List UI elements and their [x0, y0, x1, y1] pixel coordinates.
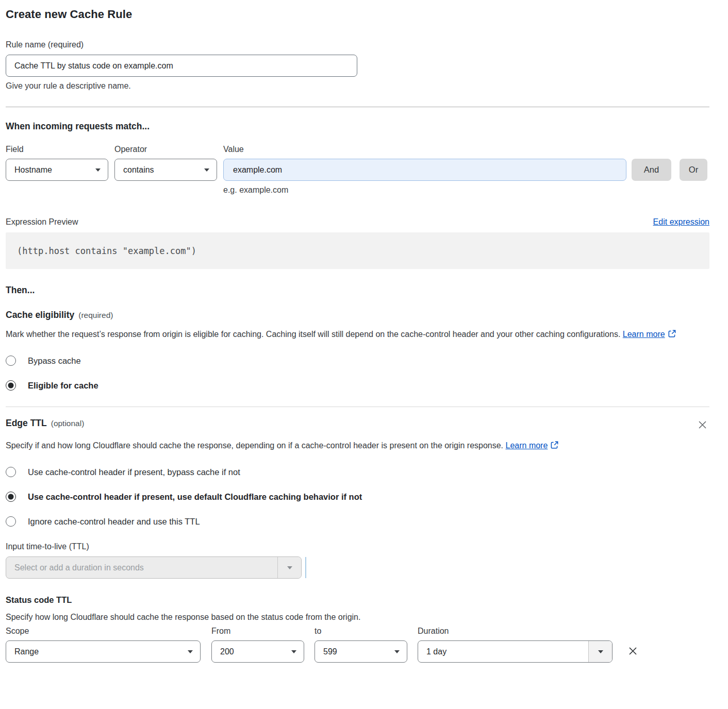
chevron-down-icon	[204, 168, 209, 172]
close-icon	[627, 646, 638, 656]
close-icon	[698, 420, 707, 430]
ttl-input-label: Input time-to-live (TTL)	[6, 542, 709, 551]
page-title: Create new Cache Rule	[6, 8, 709, 21]
to-label: to	[315, 627, 407, 636]
learn-more-link[interactable]: Learn more	[623, 330, 665, 339]
expression-preview-row: Expression Preview Edit expression	[6, 217, 709, 227]
radio-label: Ignore cache-control header and use this…	[28, 517, 200, 527]
status-code-ttl-description: Specify how long Cloudflare should cache…	[6, 613, 709, 622]
field-select[interactable]: Hostname	[6, 159, 108, 181]
delete-status-code-row-button[interactable]	[625, 644, 640, 660]
duration-select[interactable]: 1 day	[418, 640, 613, 663]
to-select-value: 599	[323, 647, 337, 656]
ttl-duration-placeholder: Select or add a duration in seconds	[14, 563, 144, 572]
duration-select-value: 1 day	[426, 647, 446, 656]
match-heading: When incoming requests match...	[6, 121, 709, 132]
edge-ttl-heading-row: Edge TTL(optional)	[6, 418, 709, 433]
from-select[interactable]: 200	[211, 640, 304, 663]
radio-use-header-bypass[interactable]: Use cache-control header if present, byp…	[6, 467, 709, 477]
rule-name-label: Rule name (required)	[6, 40, 709, 49]
section-divider	[6, 407, 709, 407]
cache-eligibility-description: Mark whether the request’s response from…	[6, 327, 697, 342]
from-select-value: 200	[220, 647, 234, 656]
edge-ttl-description-text: Specify if and how long Cloudflare shoul…	[6, 441, 503, 450]
field-select-value: Hostname	[14, 165, 52, 175]
operator-select-value: contains	[123, 165, 154, 175]
to-select[interactable]: 599	[315, 640, 407, 663]
scope-label: Scope	[6, 627, 201, 636]
then-heading: Then...	[6, 285, 709, 296]
external-link-icon	[668, 329, 676, 338]
operator-select[interactable]: contains	[114, 159, 217, 181]
or-button[interactable]: Or	[680, 159, 707, 181]
create-cache-rule-page: Create new Cache Rule Rule name (require…	[0, 0, 728, 709]
external-link-icon	[550, 441, 559, 449]
cache-eligibility-title: Cache eligibility	[6, 310, 74, 320]
edge-ttl-description: Specify if and how long Cloudflare shoul…	[6, 438, 697, 453]
match-labels-row: Field Operator Value	[6, 145, 709, 154]
operator-label: Operator	[114, 145, 217, 154]
scope-select-value: Range	[14, 647, 39, 656]
text-cursor	[305, 557, 306, 578]
section-divider	[6, 107, 709, 107]
radio-ignore-header[interactable]: Ignore cache-control header and use this…	[6, 516, 709, 527]
dropdown-arrow-button	[277, 557, 301, 578]
radio-selected-icon[interactable]	[6, 380, 16, 391]
cache-eligibility-options: Bypass cache Eligible for cache	[6, 356, 709, 391]
radio-eligible-for-cache[interactable]: Eligible for cache	[6, 380, 709, 391]
chevron-down-icon	[598, 650, 603, 653]
status-code-controls-row: Range 200 599 1 day	[6, 640, 709, 663]
chevron-down-icon	[95, 168, 101, 172]
match-controls-row: Hostname contains And Or	[6, 159, 709, 181]
and-button[interactable]: And	[632, 159, 671, 181]
chevron-down-icon	[394, 650, 400, 653]
radio-label: Use cache-control header if present, use…	[28, 492, 362, 502]
required-tag: (required)	[78, 311, 113, 319]
expression-preview-label: Expression Preview	[6, 217, 78, 227]
cache-eligibility-heading: Cache eligibility(required)	[6, 310, 709, 320]
chevron-down-icon	[291, 650, 296, 653]
from-label: From	[211, 627, 304, 636]
close-edge-ttl-button[interactable]	[696, 418, 709, 433]
dropdown-arrow-button[interactable]	[588, 641, 612, 662]
field-label: Field	[6, 145, 108, 154]
learn-more-link[interactable]: Learn more	[506, 441, 548, 450]
status-code-ttl-heading: Status code TTL	[6, 595, 709, 605]
radio-label: Eligible for cache	[28, 381, 98, 391]
duration-label: Duration	[418, 627, 613, 636]
chevron-down-icon	[287, 566, 292, 569]
expression-code-block: (http.host contains "example.com")	[6, 232, 709, 269]
value-label: Value	[223, 145, 626, 154]
ttl-select-wrap: Select or add a duration in seconds	[6, 556, 709, 579]
scope-select[interactable]: Range	[6, 640, 201, 663]
value-hint: e.g. example.com	[223, 185, 709, 195]
radio-selected-icon[interactable]	[6, 492, 16, 502]
optional-tag: (optional)	[51, 419, 85, 428]
edge-ttl-options: Use cache-control header if present, byp…	[6, 467, 709, 527]
radio-icon[interactable]	[6, 516, 16, 527]
ttl-duration-select: Select or add a duration in seconds	[6, 556, 302, 579]
chevron-down-icon	[188, 650, 193, 653]
edit-expression-link[interactable]: Edit expression	[653, 217, 709, 227]
rule-name-input[interactable]	[6, 55, 357, 77]
radio-label: Bypass cache	[28, 356, 81, 366]
radio-icon[interactable]	[6, 467, 16, 477]
value-input[interactable]	[223, 159, 626, 181]
radio-bypass-cache[interactable]: Bypass cache	[6, 356, 709, 366]
radio-label: Use cache-control header if present, byp…	[28, 467, 240, 477]
radio-use-header-default[interactable]: Use cache-control header if present, use…	[6, 492, 709, 502]
cache-eligibility-description-text: Mark whether the request’s response from…	[6, 330, 620, 339]
rule-name-help: Give your rule a descriptive name.	[6, 81, 709, 91]
status-code-labels-row: Scope From to Duration	[6, 627, 709, 636]
radio-icon[interactable]	[6, 356, 16, 366]
edge-ttl-title: Edge TTL	[6, 418, 47, 428]
edge-ttl-heading: Edge TTL(optional)	[6, 418, 84, 429]
